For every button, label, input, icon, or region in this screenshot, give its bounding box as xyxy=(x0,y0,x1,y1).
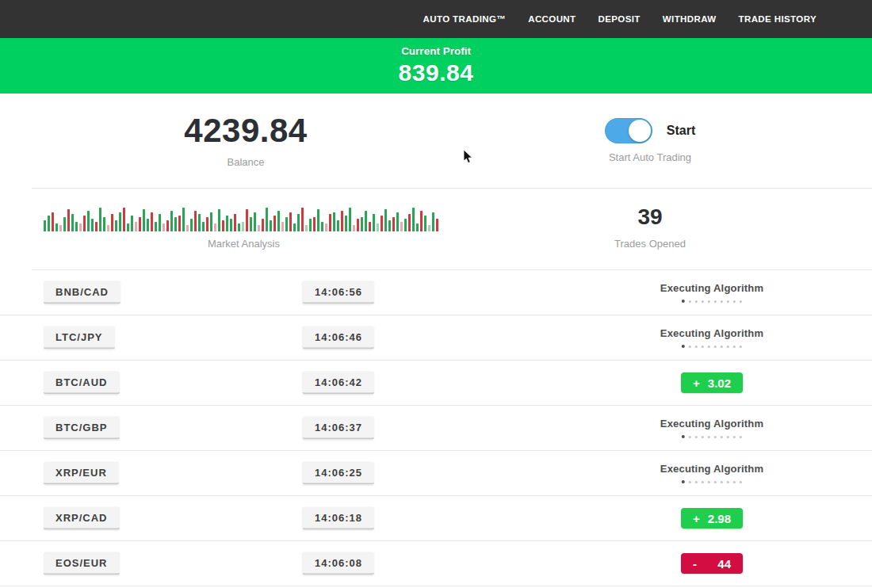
candle-bar xyxy=(420,211,423,231)
candle-bar xyxy=(254,212,256,231)
candle-bar xyxy=(317,209,319,231)
candle-bar xyxy=(103,217,105,231)
candle-bar xyxy=(59,225,62,231)
nav-item-withdraw[interactable]: WITHDRAW xyxy=(663,14,717,24)
time-button[interactable]: 14:06:37 xyxy=(303,417,374,440)
candle-bar xyxy=(55,223,58,231)
time-button[interactable]: 14:06:56 xyxy=(303,281,374,304)
toggle-state-label: Start xyxy=(667,124,695,138)
executing-algorithm-label: Executing Algorithm xyxy=(660,282,763,294)
pair-button[interactable]: XRP/CAD xyxy=(44,507,120,530)
candle-bar xyxy=(178,216,181,231)
candle-bar xyxy=(63,217,66,231)
candle-bar xyxy=(373,214,375,231)
candle-bar xyxy=(349,208,351,231)
candle-bar xyxy=(277,211,280,231)
badge-amount: 3.02 xyxy=(708,376,731,390)
trade-status: Executing Algorithm xyxy=(660,327,763,348)
candle-bar xyxy=(155,222,157,231)
candle-bar xyxy=(210,212,212,231)
candle-bar xyxy=(262,219,264,231)
trades-opened-value: 39 xyxy=(637,204,662,230)
candle-bar xyxy=(396,212,399,231)
executing-algorithm-label: Executing Algorithm xyxy=(660,418,763,430)
candle-bar xyxy=(321,222,323,231)
candle-bar xyxy=(309,219,312,231)
pair-button[interactable]: EOS/EUR xyxy=(44,552,120,575)
candle-bar xyxy=(416,223,419,231)
badge-sign: + xyxy=(693,376,700,390)
candle-bar xyxy=(170,211,173,231)
candle-bar xyxy=(412,208,415,231)
candle-bar xyxy=(159,214,161,231)
nav-item-deposit[interactable]: DEPOSIT xyxy=(599,14,641,24)
pair-button[interactable]: XRP/EUR xyxy=(44,462,119,485)
market-analysis-chart xyxy=(44,201,444,231)
progress-dots-icon xyxy=(682,435,742,438)
current-profit-banner: Current Profit 839.84 xyxy=(0,38,872,94)
pair-button[interactable]: BTC/AUD xyxy=(44,372,120,395)
candle-bar xyxy=(293,223,296,231)
time-button[interactable]: 14:06:18 xyxy=(303,507,374,530)
trade-row: XRP/CAD 14:06:18 +2.98 xyxy=(0,496,872,541)
trade-row: XRP/EUR 14:06:25 Executing Algorithm xyxy=(0,451,872,496)
candle-bar xyxy=(297,214,300,231)
progress-dots-icon xyxy=(682,480,742,483)
auto-trading-label: Start Auto Trading xyxy=(609,151,691,163)
auto-trading-toggle[interactable] xyxy=(605,118,652,143)
progress-dots-icon xyxy=(682,345,742,348)
candle-bar xyxy=(131,216,133,231)
candle-bar xyxy=(174,217,177,231)
time-button[interactable]: 14:06:46 xyxy=(303,326,374,349)
candle-bar xyxy=(428,225,430,231)
candle-bar xyxy=(119,212,121,231)
candle-bar xyxy=(151,212,153,231)
time-button[interactable]: 14:06:08 xyxy=(303,552,374,575)
candle-bar xyxy=(147,219,149,231)
candle-bar xyxy=(115,220,117,231)
candle-bar xyxy=(381,216,383,231)
candle-bar xyxy=(226,216,228,231)
candle-bar xyxy=(369,222,371,231)
candle-bar xyxy=(289,212,292,231)
candle-bar xyxy=(408,214,411,231)
nav-item-trade-history[interactable]: TRADE HISTORY xyxy=(739,14,817,24)
executing-algorithm-label: Executing Algorithm xyxy=(660,327,763,339)
candle-bar xyxy=(266,208,268,231)
candle-bar xyxy=(436,219,438,231)
pair-button[interactable]: BTC/GBP xyxy=(44,417,120,440)
candle-bar xyxy=(52,212,54,231)
candle-bar xyxy=(424,216,426,231)
candle-bar xyxy=(107,225,109,231)
candle-bar xyxy=(214,223,216,231)
candle-bar xyxy=(432,212,434,231)
nav-item-account[interactable]: ACCOUNT xyxy=(528,14,576,24)
candle-bar xyxy=(222,220,224,231)
candle-bar xyxy=(400,222,403,231)
candle-bar xyxy=(194,211,197,231)
candle-bar xyxy=(250,217,252,231)
candle-bar xyxy=(198,214,201,231)
balance-label: Balance xyxy=(228,156,265,168)
trade-status: Executing Algorithm xyxy=(660,418,763,438)
candle-bar xyxy=(258,225,260,231)
candle-bar xyxy=(242,222,244,231)
candle-bar xyxy=(353,225,355,231)
nav-item-auto-trading[interactable]: AUTO TRADING™ xyxy=(423,14,507,24)
current-profit-label: Current Profit xyxy=(401,45,471,57)
candle-bar xyxy=(270,220,272,231)
time-button[interactable]: 14:06:25 xyxy=(303,462,374,485)
candle-bar xyxy=(301,208,304,231)
time-button[interactable]: 14:06:42 xyxy=(303,372,374,395)
candle-bar xyxy=(71,214,74,231)
candle-bar xyxy=(202,222,205,231)
executing-algorithm-label: Executing Algorithm xyxy=(660,463,763,475)
pair-button[interactable]: BNB/CAD xyxy=(44,281,120,304)
candle-bar xyxy=(190,219,193,231)
trade-row: EOS/EUR 14:06:08 -44 xyxy=(0,541,872,586)
candle-bar xyxy=(123,208,125,231)
market-analysis-label: Market Analysis xyxy=(44,238,444,250)
candle-bar xyxy=(384,209,387,231)
market-analysis-section: Market Analysis 39 Trades Opened xyxy=(0,189,872,269)
pair-button[interactable]: LTC/JPY xyxy=(44,326,115,349)
